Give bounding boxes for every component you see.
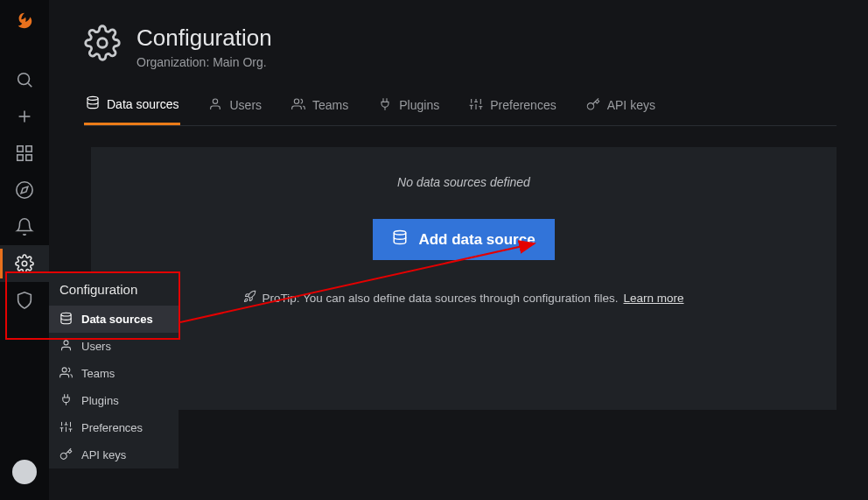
tab-label: Teams bbox=[312, 98, 348, 112]
team-icon bbox=[60, 366, 73, 382]
tab-label: Plugins bbox=[399, 98, 439, 112]
nav-dashboards[interactable] bbox=[0, 135, 49, 172]
plug-icon bbox=[60, 393, 73, 409]
learn-more-link[interactable]: Learn more bbox=[623, 292, 683, 305]
nav-explore[interactable] bbox=[0, 172, 49, 208]
tab-label: API keys bbox=[607, 98, 655, 112]
user-icon bbox=[208, 97, 222, 114]
user-avatar[interactable] bbox=[12, 460, 37, 484]
tab-label: Preferences bbox=[490, 98, 556, 112]
team-icon bbox=[291, 97, 305, 114]
flyout-item-preferences[interactable]: Preferences bbox=[49, 414, 178, 441]
flyout-item-teams[interactable]: Teams bbox=[49, 360, 178, 387]
nav-create[interactable] bbox=[0, 98, 49, 135]
plug-icon bbox=[378, 97, 392, 114]
tab-data-sources[interactable]: Data sources bbox=[84, 95, 180, 125]
flyout-item-users[interactable]: Users bbox=[49, 333, 178, 360]
tab-preferences[interactable]: Preferences bbox=[467, 95, 557, 125]
sliders-icon bbox=[469, 97, 483, 114]
tab-label: Data sources bbox=[107, 97, 178, 111]
nav-rail bbox=[0, 0, 49, 500]
page-subtitle: Organization: Main Org. bbox=[136, 55, 272, 69]
page-title: Configuration bbox=[136, 25, 272, 52]
flyout-item-data-sources[interactable]: Data sources bbox=[49, 306, 178, 333]
nav-admin[interactable] bbox=[0, 282, 49, 319]
flyout-item-plugins[interactable]: Plugins bbox=[49, 387, 178, 414]
flyout-item-api-keys[interactable]: API keys bbox=[49, 441, 178, 468]
flyout-heading: Configuration bbox=[49, 272, 178, 306]
flyout-item-label: Data sources bbox=[81, 313, 153, 326]
user-icon bbox=[60, 339, 73, 355]
tab-plugins[interactable]: Plugins bbox=[376, 95, 441, 125]
database-icon bbox=[60, 312, 73, 327]
database-icon bbox=[86, 95, 100, 112]
data-sources-panel: No data sources defined Add data source … bbox=[91, 147, 836, 410]
configuration-flyout: Configuration Data sources Users Teams P… bbox=[49, 272, 178, 468]
tab-users[interactable]: Users bbox=[206, 95, 263, 125]
flyout-item-label: Teams bbox=[81, 367, 115, 380]
grafana-logo[interactable] bbox=[10, 7, 38, 35]
config-tabs: Data sources Users Teams Plugins Prefere… bbox=[84, 95, 836, 126]
empty-state-message: No data sources defined bbox=[397, 175, 530, 189]
database-icon bbox=[392, 229, 408, 250]
flyout-heading-label: Configuration bbox=[60, 282, 137, 297]
key-icon bbox=[586, 97, 600, 114]
nav-configuration[interactable] bbox=[0, 245, 49, 282]
flyout-item-label: Plugins bbox=[81, 394, 119, 407]
flyout-item-label: API keys bbox=[81, 448, 126, 461]
tab-teams[interactable]: Teams bbox=[290, 95, 350, 125]
tab-api-keys[interactable]: API keys bbox=[584, 95, 657, 125]
sliders-icon bbox=[60, 420, 73, 436]
key-icon bbox=[60, 447, 73, 463]
button-label: Add data source bbox=[418, 231, 535, 249]
nav-search[interactable] bbox=[0, 61, 49, 98]
rocket-icon bbox=[243, 290, 256, 306]
tab-label: Users bbox=[229, 98, 262, 112]
nav-alerting[interactable] bbox=[0, 208, 49, 245]
protip: ProTip: You can also define data sources… bbox=[243, 290, 683, 306]
protip-text: ProTip: You can also define data sources… bbox=[262, 292, 618, 305]
flyout-item-label: Users bbox=[81, 340, 111, 353]
add-data-source-button[interactable]: Add data source bbox=[373, 219, 554, 260]
flyout-item-label: Preferences bbox=[81, 421, 143, 434]
gear-icon bbox=[84, 25, 121, 61]
